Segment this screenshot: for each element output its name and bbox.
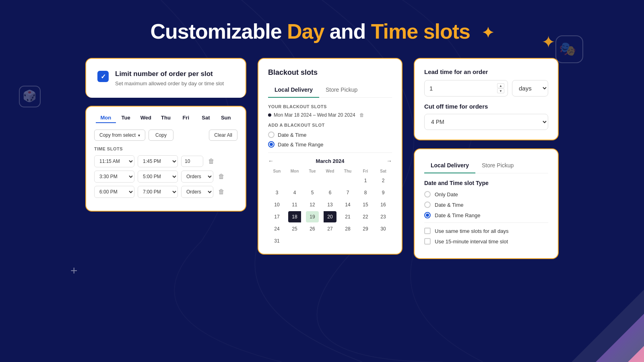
- copy-from-select-button[interactable]: Copy from select: [94, 130, 145, 141]
- limit-text: Limit number of order per slot Set maxim…: [115, 70, 224, 86]
- day-tue[interactable]: Tue: [116, 115, 136, 123]
- cal-day[interactable]: 29: [359, 223, 372, 234]
- cal-day[interactable]: 22: [359, 211, 372, 222]
- cal-day[interactable]: 10: [270, 199, 283, 210]
- right-panel: Lead time for an order ▲ ▼ days hours: [414, 58, 559, 259]
- blackout-tab-store-pickup[interactable]: Store Pickup: [319, 83, 364, 98]
- cal-day[interactable]: 27: [324, 223, 336, 234]
- deco-icon-right: 🎭: [554, 34, 584, 66]
- start-time-1[interactable]: 11:15 AM: [94, 155, 134, 167]
- cal-day[interactable]: 2: [377, 175, 390, 186]
- radio-date-time-delivery-circle[interactable]: [424, 202, 431, 208]
- checkbox-15min-interval-box[interactable]: [424, 238, 431, 245]
- slot-entry-delete[interactable]: 🗑: [359, 112, 364, 118]
- calendar-prev-button[interactable]: ←: [268, 158, 274, 164]
- cal-day[interactable]: 17: [270, 211, 283, 222]
- blackout-slot-entry: Mon Mar 18 2024 – Wed Mar 20 2024 🗑: [268, 112, 392, 118]
- radio-only-date-circle[interactable]: [424, 191, 431, 197]
- radio-date-time-circle[interactable]: [268, 132, 275, 138]
- cal-day[interactable]: 21: [341, 211, 354, 222]
- lead-time-label: Lead time for an order: [424, 68, 548, 75]
- type-select-3[interactable]: Orders: [181, 186, 213, 198]
- blackout-title: Blackout slots: [268, 68, 392, 77]
- cross-decoration: +: [70, 264, 78, 278]
- start-time-2[interactable]: 3:30 PM: [94, 171, 134, 183]
- cal-day[interactable]: 4: [288, 187, 301, 198]
- cal-day[interactable]: 13: [324, 199, 336, 210]
- radio-date-time-range-delivery-circle[interactable]: [424, 212, 431, 218]
- clear-all-button[interactable]: Clear All: [209, 130, 237, 141]
- left-panel: Limit number of order per slot Set maxim…: [85, 58, 246, 212]
- lead-time-unit-select[interactable]: days hours: [512, 80, 548, 97]
- radio-date-time-range-circle[interactable]: [268, 141, 275, 148]
- cal-day[interactable]: 1: [359, 175, 372, 186]
- end-time-3[interactable]: 7:00 PM: [138, 186, 178, 198]
- cal-day[interactable]: 12: [306, 199, 319, 210]
- radio-only-date[interactable]: Only Date: [424, 191, 548, 197]
- cal-day-range-end[interactable]: 20: [324, 211, 336, 222]
- day-sun[interactable]: Sun: [216, 115, 236, 123]
- limit-title: Limit number of order per slot: [115, 70, 224, 78]
- day-mon[interactable]: Mon: [96, 115, 116, 123]
- lead-time-up-button[interactable]: ▲: [497, 83, 504, 88]
- cal-day[interactable]: 23: [377, 211, 390, 222]
- cal-day[interactable]: 14: [341, 199, 354, 210]
- checkbox-same-slots[interactable]: Use same time slots for all days: [424, 228, 548, 234]
- cal-day[interactable]: 3: [270, 187, 283, 198]
- radio-date-time-range-delivery[interactable]: Date & Time Range: [424, 212, 548, 218]
- cal-day[interactable]: 25: [288, 223, 301, 234]
- day-fri[interactable]: Fri: [176, 115, 196, 123]
- delete-slot-2[interactable]: 🗑: [217, 171, 226, 182]
- qty-input-1[interactable]: [181, 156, 203, 167]
- cal-day[interactable]: 7: [341, 187, 354, 198]
- calendar-next-button[interactable]: →: [386, 158, 392, 164]
- delete-slot-3[interactable]: 🗑: [217, 187, 226, 197]
- day-wed[interactable]: Wed: [136, 115, 156, 123]
- cal-day-range-start[interactable]: 18: [288, 211, 301, 222]
- type-select-2[interactable]: Orders: [181, 171, 213, 183]
- day-header-row: Mon Tue Wed Thu Fri Sat Sun: [94, 115, 237, 123]
- day-thu[interactable]: Thu: [156, 115, 176, 123]
- blackout-tab-local-delivery[interactable]: Local Delivery: [268, 83, 319, 98]
- lead-time-down-button[interactable]: ▼: [497, 88, 504, 93]
- cal-day[interactable]: 9: [377, 187, 390, 198]
- start-time-3[interactable]: 6:00 PM: [94, 186, 134, 198]
- panels-row: Limit number of order per slot Set maxim…: [0, 58, 644, 259]
- end-time-2[interactable]: 5:00 PM: [138, 171, 178, 183]
- cal-week-5: 24 25 26 27 28 29 30: [268, 223, 392, 234]
- cal-day[interactable]: 31: [270, 235, 283, 247]
- radio-date-time-range[interactable]: Date & Time Range: [268, 141, 392, 148]
- cal-day[interactable]: 24: [270, 223, 283, 234]
- lead-time-card: Lead time for an order ▲ ▼ days hours: [414, 58, 559, 140]
- deco-icon-left: 🎲: [18, 84, 42, 110]
- cal-day[interactable]: 11: [288, 199, 301, 210]
- end-time-1[interactable]: 1:45 PM: [138, 155, 178, 167]
- time-slot-row-2: 3:30 PM 5:00 PM Orders 🗑: [94, 171, 237, 183]
- radio-date-time-delivery[interactable]: Date & Time: [424, 202, 548, 208]
- calendar-month: March 2024: [316, 158, 345, 164]
- cal-day[interactable]: 8: [359, 187, 372, 198]
- checkbox-same-slots-box[interactable]: [424, 228, 431, 234]
- cal-week-4: 17 18 19 20 21 22 23: [268, 211, 392, 222]
- cal-day[interactable]: 6: [324, 187, 336, 198]
- lead-time-number-input[interactable]: [428, 82, 497, 95]
- day-sat[interactable]: Sat: [196, 115, 216, 123]
- cal-day[interactable]: 30: [377, 223, 390, 234]
- cal-day-in-range[interactable]: 19: [306, 211, 319, 222]
- limit-checkbox[interactable]: [97, 71, 109, 82]
- cal-day[interactable]: 28: [341, 223, 354, 234]
- cal-week-2: 3 4 5 6 7 8 9: [268, 187, 392, 198]
- delete-slot-1[interactable]: 🗑: [206, 156, 216, 167]
- cal-day[interactable]: 5: [306, 187, 319, 198]
- delivery-tab-pickup[interactable]: Store Pickup: [475, 159, 520, 173]
- checkbox-15min-interval[interactable]: Use 15-minute interval time slot: [424, 238, 548, 245]
- cutoff-select[interactable]: 4 PM 5 PM 3 PM 6 PM: [424, 114, 548, 130]
- copy-button[interactable]: Copy: [149, 130, 173, 141]
- delivery-tab-local[interactable]: Local Delivery: [424, 159, 475, 173]
- calendar-grid: Sun Mon Tue Wed Thu Fri Sat: [268, 168, 392, 247]
- cal-day[interactable]: 15: [359, 199, 372, 210]
- radio-date-time[interactable]: Date & Time: [268, 132, 392, 138]
- cal-day[interactable]: 16: [377, 199, 390, 210]
- cal-day[interactable]: 26: [306, 223, 319, 234]
- delivery-options-card: Local Delivery Store Pickup Date and Tim…: [414, 148, 559, 259]
